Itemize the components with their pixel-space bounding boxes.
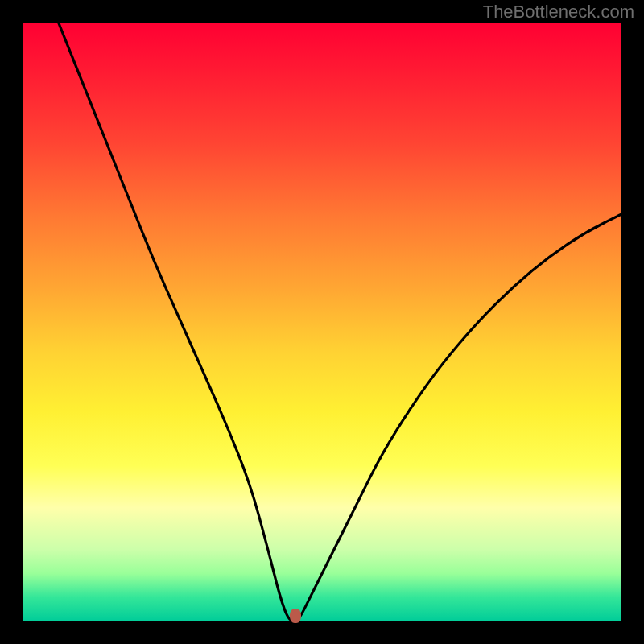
optimal-point-marker xyxy=(290,609,301,623)
watermark-text: TheBottleneck.com xyxy=(483,2,634,23)
bottleneck-curve xyxy=(23,23,621,621)
chart-frame: TheBottleneck.com xyxy=(0,0,644,644)
plot-area xyxy=(23,23,621,621)
